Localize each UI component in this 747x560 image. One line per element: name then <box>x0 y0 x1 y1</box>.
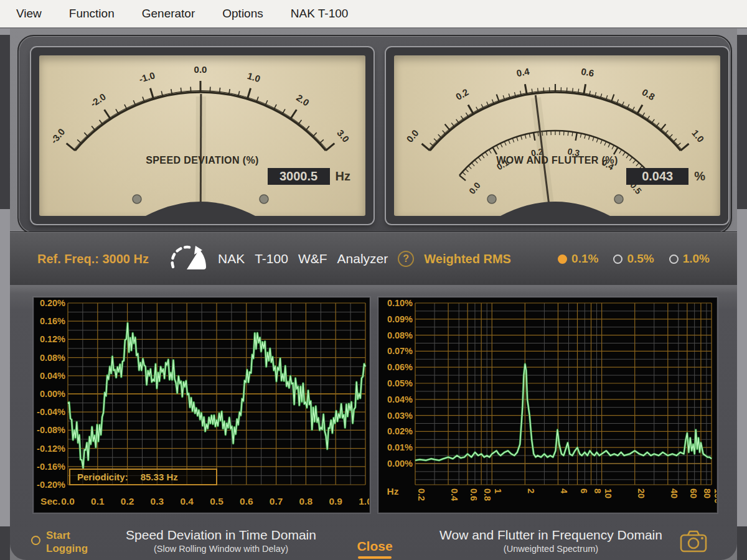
svg-text:0.07%: 0.07% <box>387 346 413 356</box>
svg-text:0.1: 0.1 <box>91 496 105 506</box>
svg-text:1.0: 1.0 <box>359 496 369 506</box>
range-option-label: 0.1% <box>571 252 598 266</box>
svg-text:0.12%: 0.12% <box>40 334 65 344</box>
svg-text:Sec.: Sec. <box>40 496 60 506</box>
model-name: T-100 <box>255 251 288 266</box>
svg-text:0.8: 0.8 <box>299 496 313 506</box>
frequency-domain-caption-title: Wow and Flutter in Frequency Domain <box>411 528 691 543</box>
start-logging-radio[interactable] <box>31 536 40 545</box>
weighting-mode-label: Weighted RMS <box>424 252 511 266</box>
range-selector: 0.1%0.5%1.0% <box>558 252 710 266</box>
app-title: NAK T-100 W&F Analyzer ? Weighted RMS <box>218 251 511 267</box>
time-domain-caption: Speed Deviation in Time Domain (Slow Rol… <box>84 528 358 554</box>
svg-text:1: 1 <box>493 488 503 493</box>
periodicity-value: 85.33 Hz <box>141 472 178 482</box>
svg-text:0.6: 0.6 <box>240 496 253 506</box>
svg-text:0.8: 0.8 <box>640 86 657 102</box>
menu-item-view[interactable]: View <box>16 7 42 21</box>
start-logging-button[interactable]: Start Logging <box>31 529 88 556</box>
wow-flutter-value: 0.043 <box>626 168 688 185</box>
svg-text:20: 20 <box>636 488 646 498</box>
svg-text:0.10%: 0.10% <box>387 298 413 308</box>
reference-frequency-label: Ref. Freq.: 3000 Hz <box>37 252 149 266</box>
range-option-label: 0.5% <box>627 252 654 266</box>
svg-text:0.3: 0.3 <box>151 496 164 506</box>
svg-text:0.02%: 0.02% <box>387 426 413 436</box>
svg-text:0.0: 0.0 <box>467 180 482 196</box>
svg-text:0.9: 0.9 <box>329 496 342 506</box>
svg-text:0.00%: 0.00% <box>40 389 65 399</box>
svg-text:0.09%: 0.09% <box>387 314 413 324</box>
svg-text:0.0: 0.0 <box>404 128 420 144</box>
svg-text:0.00%: 0.00% <box>387 459 413 469</box>
screenshot-button[interactable] <box>679 529 708 556</box>
start-logging-line2: Logging <box>46 542 88 555</box>
frequency-domain-caption: Wow and Flutter in Frequency Domain (Unw… <box>411 528 691 554</box>
range-option-0-5pct[interactable]: 0.5% <box>613 252 654 266</box>
svg-text:6: 6 <box>579 488 589 493</box>
svg-text:0.2: 0.2 <box>416 488 426 501</box>
svg-text:-3.0: -3.0 <box>49 126 67 146</box>
svg-text:80: 80 <box>702 488 712 498</box>
svg-text:-0.04%: -0.04% <box>37 407 65 417</box>
svg-text:0.04%: 0.04% <box>40 371 65 381</box>
svg-text:0.7: 0.7 <box>270 496 283 506</box>
time-domain-caption-sub: (Slow Rolling Window with Delay) <box>84 544 358 554</box>
svg-text:0.2: 0.2 <box>121 496 134 506</box>
svg-text:8: 8 <box>593 488 603 493</box>
svg-text:1.0: 1.0 <box>690 128 706 144</box>
svg-text:0.2: 0.2 <box>454 86 471 102</box>
svg-text:0.4: 0.4 <box>449 488 459 501</box>
svg-text:-0.16%: -0.16% <box>37 462 65 472</box>
close-button[interactable]: Close <box>356 539 393 559</box>
svg-text:0.5: 0.5 <box>210 496 223 506</box>
svg-text:0.0: 0.0 <box>61 496 75 506</box>
menu-item-options[interactable]: Options <box>222 7 263 21</box>
wow-flutter-gauge: 0.00.20.40.60.81.00.00.10.20.30.40.5 <box>394 55 720 216</box>
svg-text:0.08%: 0.08% <box>40 353 65 363</box>
left-edge-trim <box>0 29 10 560</box>
svg-text:2: 2 <box>526 488 536 493</box>
speed-deviation-meter: -3.0-2.0-1.00.01.02.03.0 SPEED DEVIATION… <box>31 47 374 224</box>
wow-flutter-readout: 0.043 % <box>626 168 705 185</box>
help-icon[interactable]: ? <box>398 251 414 267</box>
speed-deviation-meter-title: SPEED DEVIATION (%) <box>39 155 365 166</box>
svg-text:10: 10 <box>603 488 613 498</box>
svg-text:0.16%: 0.16% <box>40 316 65 326</box>
svg-text:0.01%: 0.01% <box>387 442 413 452</box>
radio-unselected-icon[interactable] <box>669 254 679 264</box>
svg-text:0.0: 0.0 <box>194 64 207 75</box>
menu-bar: ViewFunctionGeneratorOptionsNAK T-100 <box>0 0 747 29</box>
gauge-logo-icon <box>168 242 210 276</box>
wow-flutter-meter-title: WOW AND FLUTTER (%) <box>394 155 720 166</box>
svg-text:0.6: 0.6 <box>580 66 594 78</box>
svg-text:0.8: 0.8 <box>482 488 492 501</box>
frequency-unit: Hz <box>336 169 350 184</box>
analyzer-word: Analyzer <box>337 251 388 266</box>
control-bar: Ref. Freq.: 3000 Hz NAK T-100 W&F Analyz… <box>10 231 737 286</box>
svg-text:0.6: 0.6 <box>469 488 479 501</box>
svg-text:0.04%: 0.04% <box>387 394 413 404</box>
frequency-domain-chart: 0.10%0.09%0.08%0.07%0.06%0.05%0.04%0.03%… <box>378 297 717 513</box>
wow-flutter-unit: % <box>694 169 705 184</box>
meters-panel: -3.0-2.0-1.00.01.02.03.0 SPEED DEVIATION… <box>17 35 732 234</box>
menu-item-function[interactable]: Function <box>69 7 115 21</box>
radio-unselected-icon[interactable] <box>613 254 622 264</box>
range-option-1-0pct[interactable]: 1.0% <box>669 252 710 266</box>
svg-text:2.0: 2.0 <box>294 92 311 108</box>
svg-text:-0.12%: -0.12% <box>37 444 65 454</box>
svg-text:0.4: 0.4 <box>515 66 530 78</box>
time-domain-chart: 0.20%0.16%0.12%0.08%0.04%0.00%-0.04%-0.0… <box>34 297 370 513</box>
menu-item-generator[interactable]: Generator <box>142 7 195 21</box>
svg-text:-1.0: -1.0 <box>138 70 156 85</box>
radio-selected-icon[interactable] <box>558 254 567 264</box>
svg-text:100: 100 <box>713 488 716 503</box>
svg-text:3.0: 3.0 <box>335 128 351 144</box>
range-option-0-1pct[interactable]: 0.1% <box>558 252 598 266</box>
svg-text:-0.08%: -0.08% <box>37 425 65 435</box>
range-option-label: 1.0% <box>683 252 710 266</box>
frequency-value: 3000.5 <box>268 168 330 185</box>
speed-deviation-gauge: -3.0-2.0-1.00.01.02.03.0 <box>39 55 365 216</box>
svg-text:0.03%: 0.03% <box>387 411 413 421</box>
menu-item-nak-t-100[interactable]: NAK T-100 <box>291 7 349 21</box>
